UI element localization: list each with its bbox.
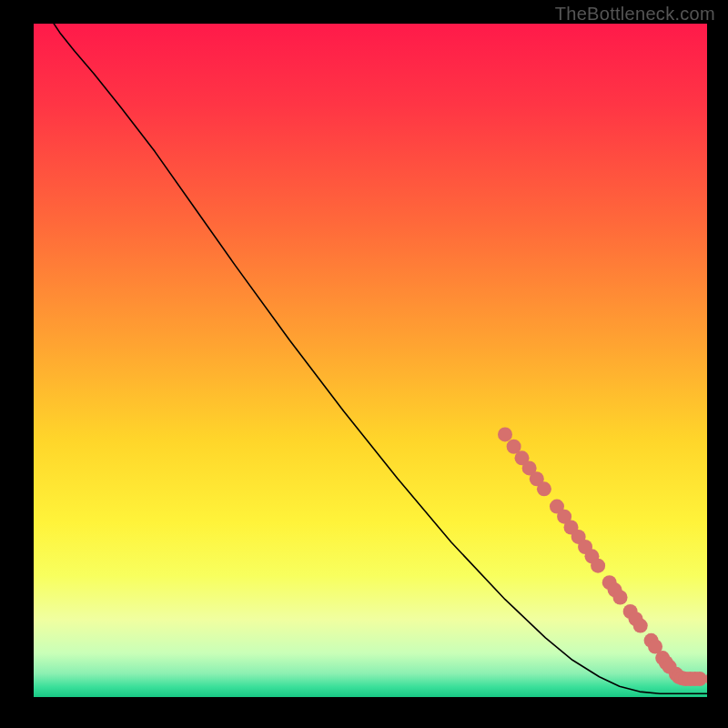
marker-point [693,672,707,686]
marker-point [633,619,648,633]
plot-area [34,24,707,697]
marker-point [591,559,605,573]
watermark-text: TheBottleneck.com [555,4,715,25]
chart-frame: TheBottleneck.com [0,0,728,728]
marker-point [537,481,551,496]
plot-svg [34,24,707,697]
marker-point [613,590,628,604]
marker-point [498,427,512,441]
